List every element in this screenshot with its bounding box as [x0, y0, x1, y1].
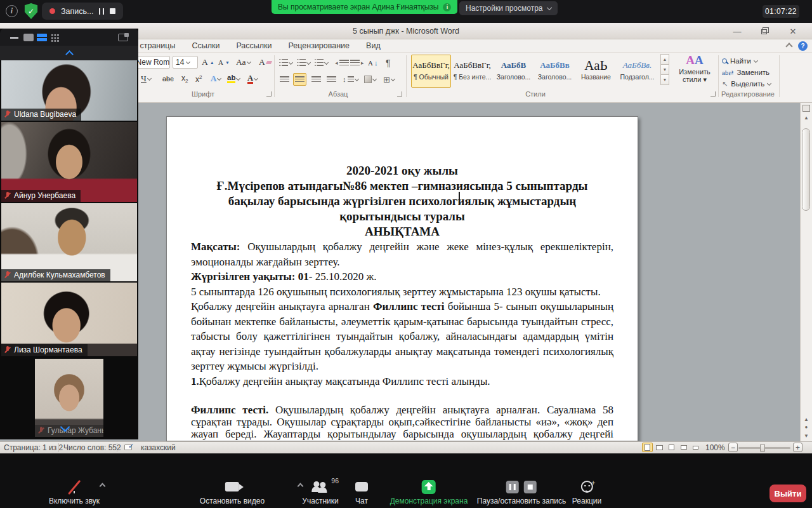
align-center-button[interactable]	[293, 73, 306, 86]
next-page-icon[interactable]: ▼	[801, 433, 812, 439]
style-card[interactable]: АаБбВвЗаголово...	[535, 55, 575, 88]
font-dialog-launcher[interactable]	[266, 91, 272, 97]
font-color-button[interactable]: А	[247, 72, 258, 85]
stop-recording-icon[interactable]	[110, 8, 115, 14]
find-button[interactable]: Найти	[722, 56, 757, 66]
print-layout-view-button[interactable]	[642, 443, 653, 452]
show-paragraph-marks-button[interactable]: ¶	[386, 57, 391, 69]
styles-scroll[interactable]: ▲ ▼ ▼	[660, 55, 669, 85]
decrease-indent-button[interactable]: ◂	[335, 57, 349, 69]
styles-scroll-down-icon[interactable]: ▼	[660, 64, 669, 75]
ribbon-tabs: Разметка страницыСсылкиРассылкиРецензиро…	[95, 39, 389, 53]
pause-recording-icon[interactable]	[506, 481, 519, 493]
collapse-ribbon-icon[interactable]	[785, 43, 792, 50]
fullscreen-reading-view-button[interactable]	[654, 443, 665, 452]
share-screen-button[interactable]: Демонстрация экрана	[390, 479, 468, 505]
leave-meeting-button[interactable]: Выйти	[769, 485, 806, 502]
chat-button[interactable]: Чат	[355, 479, 368, 505]
style-card[interactable]: АаБбВЗаголово...	[494, 55, 534, 88]
group-divider	[779, 55, 780, 97]
outline-view-button[interactable]	[678, 443, 689, 452]
participant-name: Адилбек Кульмахамбетов	[14, 271, 105, 279]
subscript-button[interactable]: х2	[181, 72, 188, 85]
chevron-down-icon	[186, 59, 190, 64]
participant-tile[interactable]: Гульнар Жубанышова	[35, 359, 103, 437]
text-effects-button[interactable]: А	[211, 72, 221, 85]
change-styles-icon: АА	[672, 54, 717, 67]
stop-recording-icon[interactable]	[524, 481, 537, 493]
draft-view-button[interactable]	[690, 443, 701, 452]
align-left-button[interactable]	[278, 73, 291, 86]
style-card[interactable]: АаБбВвГг,¶ Без инте...	[452, 55, 492, 88]
web-layout-view-button[interactable]	[666, 443, 677, 452]
meeting-timer: 01:07:22	[763, 5, 799, 18]
close-button[interactable]: ✕	[783, 25, 803, 37]
styles-dialog-launcher[interactable]	[710, 91, 716, 97]
word-count[interactable]: Число слов: 552	[63, 443, 121, 453]
zoom-out-button[interactable]: −	[728, 443, 738, 452]
document-page[interactable]: 2020-2021 оқу жылыҒ.Мүсірепов атындағы№8…	[166, 116, 638, 441]
restore-button[interactable]	[754, 25, 774, 37]
scroll-up-icon[interactable]: ▲	[801, 115, 812, 121]
numbering-button[interactable]	[297, 57, 310, 69]
select-browse-object-icon[interactable]: ●	[801, 424, 812, 430]
justify-button[interactable]	[325, 73, 338, 86]
ruler-toggle-icon[interactable]	[802, 105, 810, 112]
view-options-button[interactable]: Настройки просмотра	[459, 1, 558, 15]
participant-tile[interactable]: Uldana Bugibaeva	[1, 60, 137, 121]
page-count[interactable]: Страница: 1 из 2	[4, 443, 63, 453]
pause-recording-icon[interactable]	[99, 8, 104, 15]
mic-muted-icon	[4, 346, 11, 354]
highlight-button[interactable]: ab	[227, 72, 240, 85]
language-indicator[interactable]: казахский	[141, 443, 176, 453]
reactions-button[interactable]: + Реакции	[572, 479, 601, 505]
zoom-in-button[interactable]: +	[793, 443, 802, 452]
clear-formatting-button[interactable]: А	[259, 56, 272, 69]
ribbon-tab[interactable]: Рассылки	[228, 39, 280, 53]
stop-video-button[interactable]: Остановить видео	[200, 479, 265, 505]
grow-font-button[interactable]: А▲	[202, 56, 214, 69]
help-icon[interactable]: ?	[798, 41, 808, 51]
minimize-button[interactable]: —	[727, 25, 747, 37]
change-case-button[interactable]: Аа	[236, 56, 251, 69]
strikethrough-button[interactable]: abc	[162, 72, 174, 85]
style-card[interactable]: АаБбВв.Подзагол...	[617, 55, 657, 88]
align-right-button[interactable]	[310, 73, 323, 86]
bullets-button[interactable]	[279, 57, 292, 69]
encryption-shield-icon[interactable]: ✓	[24, 3, 38, 19]
zoom-level[interactable]: 100%	[705, 443, 725, 453]
audio-options-chevron-icon[interactable]	[100, 483, 106, 490]
sort-button[interactable]: А↓	[368, 57, 377, 69]
shrink-font-button[interactable]: А▼	[218, 56, 230, 69]
borders-button[interactable]: ⊞	[383, 73, 395, 86]
ribbon-tab[interactable]: Ссылки	[183, 39, 228, 53]
styles-more-icon[interactable]: ▼	[660, 74, 669, 85]
underline-button[interactable]: Ч	[141, 72, 151, 85]
paragraph-dialog-launcher[interactable]	[397, 91, 402, 97]
previous-page-icon[interactable]: ▲	[801, 417, 812, 422]
unmute-button[interactable]: Включить звук	[49, 479, 100, 505]
participant-tile[interactable]: Айнур Унербаева	[1, 122, 137, 202]
font-size-box[interactable]: 14	[173, 56, 198, 69]
style-card[interactable]: АаБбВвГг,¶ Обычный	[411, 55, 451, 88]
multilevel-list-button[interactable]	[315, 57, 328, 69]
styles-scroll-up-icon[interactable]: ▲	[660, 54, 669, 65]
replace-button[interactable]: ab⇄Заменить	[722, 67, 769, 77]
select-button[interactable]: ↖Выделить	[722, 79, 771, 89]
scrollbar-thumb[interactable]	[802, 128, 810, 211]
pause-stop-recording-button[interactable]: Пауза/остановить запись	[477, 479, 566, 505]
zoom-slider-thumb[interactable]	[760, 444, 765, 452]
style-card[interactable]: АаЬНазвание	[576, 55, 616, 88]
increase-indent-button[interactable]: ▸	[350, 57, 364, 69]
meeting-info-icon[interactable]: i	[6, 5, 18, 17]
participants-button[interactable]: 96 Участники	[302, 479, 338, 505]
participant-tile[interactable]: Лиза Шормантаева	[1, 283, 137, 356]
shading-button[interactable]	[364, 73, 376, 86]
ribbon-tab[interactable]: Рецензирование	[280, 39, 358, 53]
superscript-button[interactable]: х2	[195, 72, 202, 85]
vertical-scrollbar[interactable]: ▲ ▲ ● ▼	[800, 103, 812, 441]
line-spacing-button[interactable]: ↕	[343, 73, 358, 86]
participant-tile[interactable]: Адилбек Кульмахамбетов	[1, 203, 137, 281]
ribbon-tab[interactable]: Вид	[358, 39, 389, 53]
change-styles-button[interactable]: АА Изменить стили ▾	[672, 54, 717, 90]
